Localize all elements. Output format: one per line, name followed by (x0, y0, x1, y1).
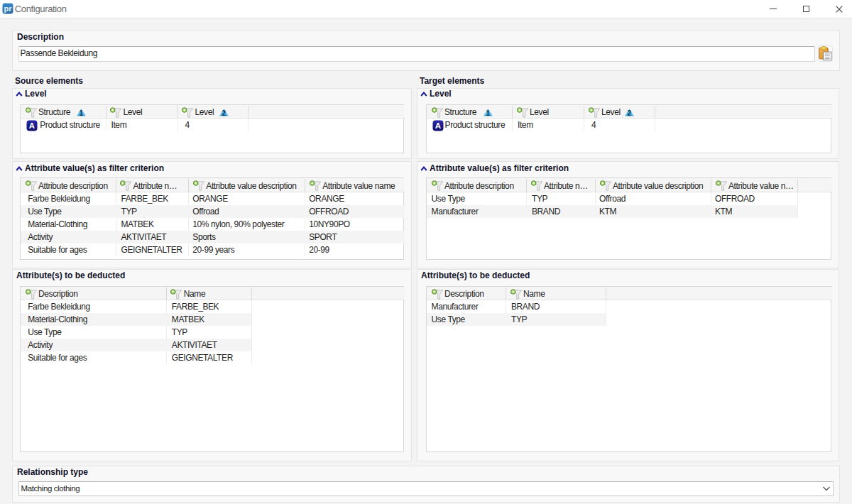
svg-text:A: A (29, 121, 35, 130)
svg-text:A: A (435, 121, 441, 130)
svg-text:pr: pr (4, 4, 13, 13)
svg-text:1: 1 (79, 109, 83, 116)
svg-text:1: 1 (486, 109, 490, 116)
svg-text:2: 2 (627, 109, 631, 116)
svg-text:2: 2 (222, 109, 226, 116)
